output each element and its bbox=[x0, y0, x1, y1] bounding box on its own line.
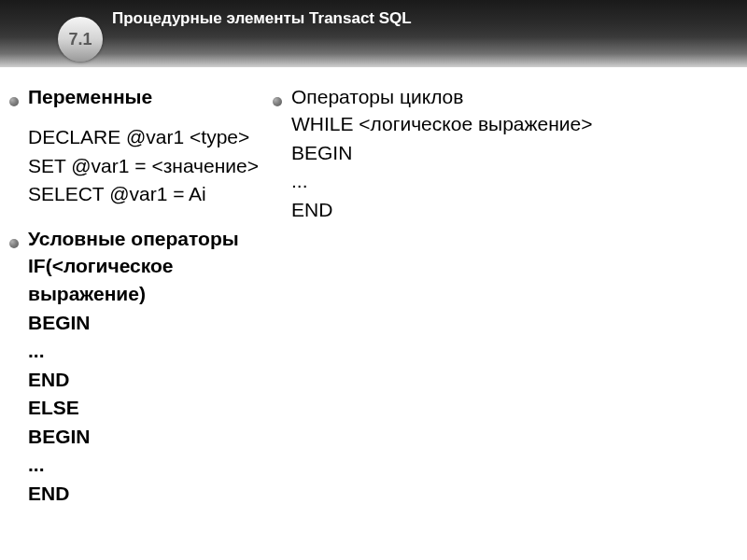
heading-loops: Операторы циклов bbox=[291, 84, 618, 110]
section-variables: Переменные DECLARE @var1 <type> SET @var… bbox=[0, 84, 280, 209]
section-conditionals: Условные операторы IF(<логическое выраже… bbox=[0, 226, 280, 508]
bullet-icon bbox=[273, 97, 282, 106]
code-variables: DECLARE @var1 <type> SET @var1 = <значен… bbox=[0, 123, 280, 208]
code-conditionals: IF(<логическое выражение) BEGIN ... END … bbox=[0, 252, 280, 508]
bullet-icon bbox=[9, 97, 19, 106]
right-column: Операторы циклов WHILE <логическое выраж… bbox=[263, 84, 618, 237]
heading-variables: Переменные bbox=[28, 84, 280, 110]
slide-number: 7.1 bbox=[68, 30, 92, 49]
slide-title: Процедурные элементы Transact SQL bbox=[112, 9, 412, 28]
slide-number-badge: 7.1 bbox=[58, 17, 103, 62]
heading-conditionals: Условные операторы bbox=[28, 226, 280, 252]
slide-header: Процедурные элементы Transact SQL 7.1 bbox=[0, 0, 747, 67]
section-loops: Операторы циклов WHILE <логическое выраж… bbox=[263, 84, 618, 224]
code-loops: WHILE <логическое выражение> BEGIN ... E… bbox=[263, 110, 618, 224]
bullet-icon bbox=[9, 239, 19, 248]
slide-content: Переменные DECLARE @var1 <type> SET @var… bbox=[0, 67, 747, 84]
left-column: Переменные DECLARE @var1 <type> SET @var… bbox=[0, 84, 280, 521]
